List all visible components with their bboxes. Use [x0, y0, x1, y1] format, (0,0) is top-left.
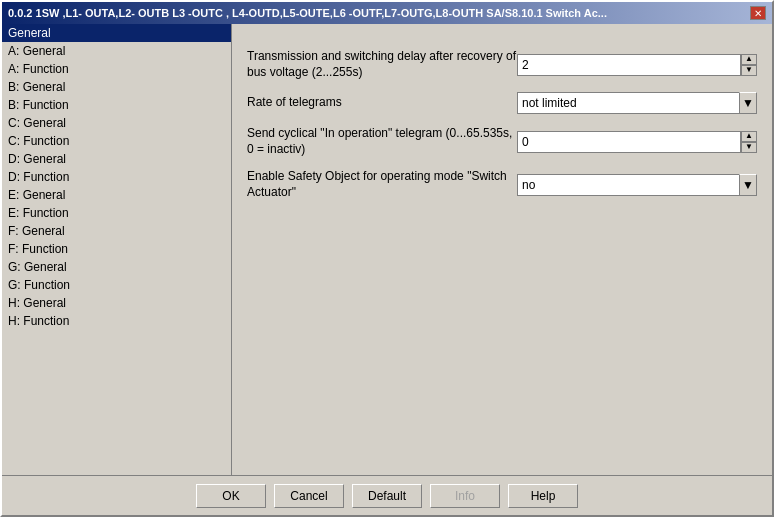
sidebar-item-a-general[interactable]: A: General	[2, 42, 231, 60]
safety-dropdown-arrow[interactable]: ▼	[739, 174, 757, 196]
transmission-up-btn[interactable]: ▲	[741, 54, 757, 65]
sidebar-item-e-function[interactable]: E: Function	[2, 204, 231, 222]
safety-dropdown[interactable]: no ▼	[517, 174, 757, 196]
safety-dropdown-display: no	[517, 174, 757, 196]
cyclical-input[interactable]	[517, 131, 741, 153]
sidebar-item-g-general[interactable]: G: General	[2, 258, 231, 276]
form-row-safety: Enable Safety Object for operating mode …	[247, 169, 757, 200]
main-panel: Transmission and switching delay after r…	[232, 24, 772, 475]
rate-control: not limited ▼	[517, 92, 757, 114]
transmission-spinner-wrapper: ▲ ▼	[517, 54, 757, 76]
sidebar-item-b-general[interactable]: B: General	[2, 78, 231, 96]
sidebar-item-c-function[interactable]: C: Function	[2, 132, 231, 150]
sidebar: GeneralA: GeneralA: FunctionB: GeneralB:…	[2, 24, 232, 475]
rate-dropdown-arrow[interactable]: ▼	[739, 92, 757, 114]
sidebar-item-g-function[interactable]: G: Function	[2, 276, 231, 294]
safety-control: no ▼	[517, 174, 757, 196]
content-area: GeneralA: GeneralA: FunctionB: GeneralB:…	[2, 24, 772, 475]
sidebar-item-d-general[interactable]: D: General	[2, 150, 231, 168]
sidebar-item-d-function[interactable]: D: Function	[2, 168, 231, 186]
transmission-spinner-btns: ▲ ▼	[741, 54, 757, 76]
rate-dropdown-display: not limited	[517, 92, 757, 114]
sidebar-item-c-general[interactable]: C: General	[2, 114, 231, 132]
sidebar-item-general[interactable]: General	[2, 24, 231, 42]
sidebar-item-b-function[interactable]: B: Function	[2, 96, 231, 114]
transmission-down-btn[interactable]: ▼	[741, 65, 757, 76]
transmission-control: ▲ ▼	[517, 54, 757, 76]
title-bar-text: 0.0.2 1SW ,L1- OUTA,L2- OUTB L3 -OUTC , …	[8, 7, 607, 19]
cyclical-control: ▲ ▼	[517, 131, 757, 153]
safety-label: Enable Safety Object for operating mode …	[247, 169, 517, 200]
sidebar-item-f-function[interactable]: F: Function	[2, 240, 231, 258]
info-button[interactable]: Info	[430, 484, 500, 508]
sidebar-item-a-function[interactable]: A: Function	[2, 60, 231, 78]
ok-button[interactable]: OK	[196, 484, 266, 508]
footer: OK Cancel Default Info Help	[2, 475, 772, 515]
rate-value: not limited	[522, 96, 577, 110]
cyclical-label: Send cyclical "In operation" telegram (0…	[247, 126, 517, 157]
form-row-transmission: Transmission and switching delay after r…	[247, 49, 757, 80]
sidebar-item-e-general[interactable]: E: General	[2, 186, 231, 204]
default-button[interactable]: Default	[352, 484, 422, 508]
rate-dropdown[interactable]: not limited ▼	[517, 92, 757, 114]
transmission-input[interactable]	[517, 54, 741, 76]
rate-label: Rate of telegrams	[247, 95, 517, 111]
cyclical-down-btn[interactable]: ▼	[741, 142, 757, 153]
sidebar-item-h-function[interactable]: H: Function	[2, 312, 231, 330]
help-button[interactable]: Help	[508, 484, 578, 508]
sidebar-item-f-general[interactable]: F: General	[2, 222, 231, 240]
sidebar-item-h-general[interactable]: H: General	[2, 294, 231, 312]
close-button[interactable]: ✕	[750, 6, 766, 20]
form-row-cyclical: Send cyclical "In operation" telegram (0…	[247, 126, 757, 157]
cancel-button[interactable]: Cancel	[274, 484, 344, 508]
title-bar: 0.0.2 1SW ,L1- OUTA,L2- OUTB L3 -OUTC , …	[2, 2, 772, 24]
safety-value: no	[522, 178, 535, 192]
cyclical-spinner-wrapper: ▲ ▼	[517, 131, 757, 153]
cyclical-up-btn[interactable]: ▲	[741, 131, 757, 142]
main-window: 0.0.2 1SW ,L1- OUTA,L2- OUTB L3 -OUTC , …	[0, 0, 774, 517]
transmission-label: Transmission and switching delay after r…	[247, 49, 517, 80]
form-row-rate: Rate of telegrams not limited ▼	[247, 92, 757, 114]
cyclical-spinner-btns: ▲ ▼	[741, 131, 757, 153]
